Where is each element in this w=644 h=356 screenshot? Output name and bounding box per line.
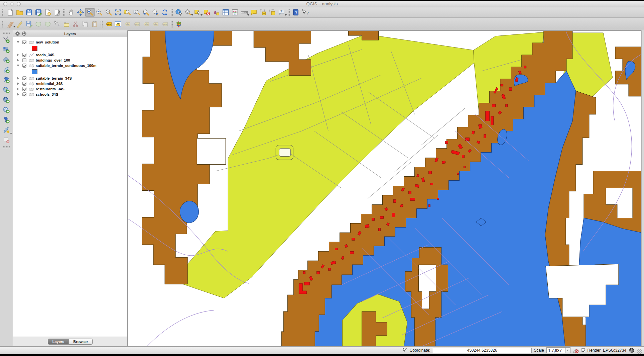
copy-features-button[interactable] (81, 20, 90, 28)
pan-to-selection-button[interactable] (76, 8, 85, 17)
new-shapefile-layer-button[interactable] (1, 125, 12, 135)
rotate-label-button[interactable] (151, 20, 160, 28)
zoom-next-button[interactable] (151, 8, 160, 17)
new-print-composer-button[interactable] (43, 8, 52, 17)
refresh-map-button[interactable] (160, 8, 169, 17)
expand-arrow-icon[interactable] (16, 88, 20, 90)
expand-arrow-icon[interactable] (16, 82, 20, 85)
map-canvas[interactable] (128, 30, 641, 346)
window-titlebar[interactable]: QGIS – analysis (0, 1, 644, 7)
add-raster-layer-button[interactable] (1, 45, 12, 55)
add-delimited-text-layer-button[interactable] (1, 115, 12, 125)
pan-map-button[interactable] (67, 8, 76, 17)
panel-close-button[interactable] (15, 31, 20, 36)
dropdown-arrow-icon[interactable] (285, 14, 287, 16)
new-bookmark-button[interactable] (258, 8, 268, 17)
toolbar-drag-handle[interactable] (2, 9, 5, 16)
open-attribute-table-button[interactable] (221, 8, 230, 17)
toggle-editing-button[interactable] (15, 20, 24, 28)
zoom-to-layer-button[interactable] (132, 8, 141, 17)
field-calculator-button[interactable] (230, 8, 240, 17)
layer-checkbox[interactable] (22, 58, 26, 62)
toolbar-drag-handle[interactable] (2, 21, 5, 27)
stop-rendering-button[interactable] (573, 347, 579, 353)
layer-labeling-options-button[interactable] (104, 20, 113, 28)
save-layer-edits-button[interactable] (24, 20, 34, 28)
toolbar-drag-handle[interactable] (63, 9, 66, 16)
toolbar-drag-handle[interactable] (3, 146, 10, 149)
mouse-position-toggle[interactable] (401, 347, 407, 353)
add-wms-layer-button[interactable] (1, 85, 12, 95)
add-spatialite-layer-button[interactable] (1, 65, 12, 75)
layer-item-roads[interactable]: roads_34S (13, 52, 127, 58)
project-open-button[interactable] (15, 8, 24, 17)
layer-checkbox[interactable] (22, 53, 26, 57)
toolbar-drag-handle[interactable] (100, 21, 103, 27)
map-tips-button[interactable] (249, 8, 258, 17)
layer-checkbox[interactable] (22, 76, 26, 80)
scale-combobox[interactable]: 1:7,937 (546, 347, 570, 353)
expand-arrow-icon[interactable] (16, 77, 20, 80)
tab-browser[interactable]: Browser (69, 339, 92, 344)
layer-item-residential[interactable]: residential_34S (13, 81, 127, 86)
minimize-window-button[interactable] (10, 2, 14, 6)
zoom-to-selection-button[interactable] (123, 8, 132, 17)
expand-arrow-icon[interactable] (16, 41, 20, 43)
highlight-pinned-labels-button[interactable] (123, 20, 132, 28)
expand-arrow-icon[interactable] (16, 65, 20, 67)
add-wfs-layer-button[interactable] (1, 105, 12, 115)
project-save-button[interactable] (24, 8, 34, 17)
toolbar-drag-handle[interactable] (170, 21, 173, 27)
identify-features-button[interactable] (174, 8, 183, 17)
toolbar-drag-handle[interactable] (287, 9, 290, 16)
deselect-all-button[interactable] (202, 8, 212, 17)
expand-arrow-icon[interactable] (16, 59, 20, 62)
help-contents-button[interactable] (291, 8, 300, 17)
toolbar-drag-handle[interactable] (170, 9, 173, 16)
select-features-button[interactable] (193, 8, 202, 17)
change-label-properties-button[interactable] (160, 20, 169, 28)
layer-item-buildings-over-100[interactable]: buildings_over_100 (13, 58, 127, 63)
add-feature-button[interactable] (34, 20, 43, 28)
window-resize-grip[interactable] (637, 349, 642, 354)
add-vector-layer-button[interactable] (1, 35, 12, 45)
remove-layer-group-button[interactable] (1, 135, 12, 145)
project-new-button[interactable] (6, 8, 15, 17)
layer-checkbox[interactable] (22, 64, 26, 68)
whats-this-button[interactable] (300, 8, 310, 17)
add-mssql-layer-button[interactable] (1, 75, 12, 85)
add-wcs-layer-button[interactable] (1, 95, 12, 105)
layer-checkbox[interactable] (22, 87, 26, 91)
layer-checkbox[interactable] (22, 40, 26, 44)
pin-unpin-labels-button[interactable] (113, 20, 123, 28)
paste-features-button[interactable] (90, 20, 99, 28)
processing-toolbox-button[interactable] (174, 20, 183, 28)
current-edits-button[interactable] (6, 20, 15, 28)
layer-symbol-row[interactable] (13, 46, 127, 51)
scale-dropdown-arrow[interactable] (565, 348, 570, 353)
add-postgis-layer-button[interactable] (1, 55, 12, 65)
panel-float-button[interactable] (22, 31, 26, 36)
project-save-as-button[interactable] (34, 8, 43, 17)
layer-checkbox[interactable] (22, 92, 26, 96)
layer-item-schools[interactable]: schools_34S (13, 92, 127, 97)
composer-manager-button[interactable] (52, 8, 62, 17)
coordinate-input[interactable] (433, 348, 532, 353)
expand-arrow-icon[interactable] (16, 54, 20, 56)
cut-features-button[interactable] (71, 20, 81, 28)
run-feature-action-button[interactable] (183, 8, 193, 17)
zoom-window-button[interactable] (17, 2, 21, 6)
layer-item-restaurants[interactable]: restaurants_34S (13, 86, 127, 92)
text-annotation-button[interactable] (277, 8, 286, 17)
layer-item-suitable-terrain-continuous[interactable]: suitable_terrain_continuous_100m (13, 63, 127, 68)
close-window-button[interactable] (3, 2, 7, 6)
show-bookmarks-button[interactable] (268, 8, 277, 17)
show-hide-labels-button[interactable] (132, 20, 141, 28)
dropdown-arrow-icon[interactable] (10, 133, 12, 134)
move-feature-button[interactable] (52, 20, 62, 28)
layer-symbol-row[interactable] (13, 69, 127, 75)
node-tool-button[interactable] (62, 20, 71, 28)
move-label-button[interactable] (141, 20, 151, 28)
zoom-out-button[interactable] (95, 8, 104, 17)
select-by-expression-button[interactable] (212, 8, 221, 17)
